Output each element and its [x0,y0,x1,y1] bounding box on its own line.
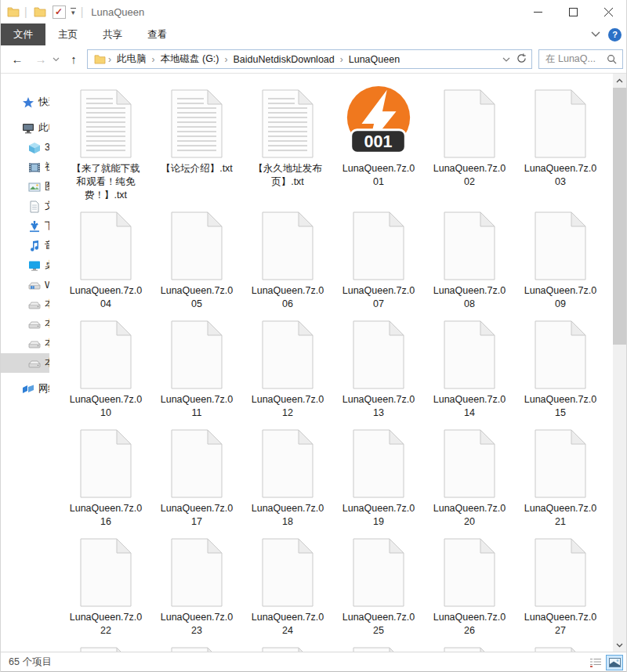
3d-objects-icon [28,142,41,154]
file-name-label: LunaQueen.7z.019 [341,502,416,529]
file-item[interactable]: LunaQueen.7z.016 [60,426,151,529]
explorer-window: | ✓ ▾ | LunaQueen 文件 主页 共享 查看 [0,0,627,672]
breadcrumb-chevron-icon: › [151,54,156,65]
file-item[interactable]: LunaQueen.7z.009 [515,208,606,311]
blank-file-icon [353,538,404,607]
file-item[interactable]: LunaQueen.7z.017 [151,426,242,529]
vertical-scrollbar[interactable] [613,74,626,652]
file-name-label: LunaQueen.7z.002 [432,162,507,189]
file-item[interactable]: LunaQueen.7z.007 [333,208,424,311]
breadcrumb-local-disk-g[interactable]: 本地磁盘 (G:) [158,52,223,66]
file-item[interactable]: LunaQueen.7z.018 [242,426,333,529]
file-item[interactable]: 【论坛介绍】.txt [151,86,242,202]
tab-home[interactable]: 主页 [45,23,90,45]
breadcrumb-this-pc[interactable]: 此电脑 [114,52,150,66]
file-item[interactable] [424,644,515,652]
scroll-up-arrow-icon[interactable] [613,74,626,87]
file-item[interactable] [333,644,424,652]
sidebar-item-documents[interactable]: 文档 [1,197,49,216]
forward-button[interactable]: → [31,45,51,73]
tab-view[interactable]: 查看 [135,23,179,45]
file-item[interactable]: LunaQueen.7z.015 [515,317,606,420]
file-item[interactable]: 【永久地址发布页】.txt [242,86,333,202]
file-item[interactable]: LunaQueen.7z.021 [515,426,606,529]
file-item[interactable]: LunaQueen.7z.004 [60,208,151,311]
back-button[interactable]: ← [7,45,27,73]
blank-file-icon [353,320,404,389]
search-input[interactable]: 在 LunaQ... [538,49,623,69]
sidebar-item-local-drive[interactable]: 本地磁盘 (G:) [1,353,49,373]
file-item[interactable]: LunaQueen.7z.013 [333,317,424,420]
qat-properties-button[interactable]: ✓ [53,5,66,19]
file-item[interactable]: LunaQueen.7z.008 [424,208,515,311]
file-item[interactable]: LunaQueen.7z.014 [424,317,515,420]
file-item[interactable]: LunaQueen.7z.022 [60,535,151,638]
sidebar-item-videos[interactable]: 视频 [1,157,49,177]
scroll-down-arrow-icon[interactable] [613,638,626,652]
file-item[interactable]: LunaQueen.7z.019 [333,426,424,529]
up-button[interactable]: ↑ [63,45,84,73]
help-button[interactable]: ? [608,28,622,42]
file-item[interactable] [151,644,242,652]
tab-share[interactable]: 共享 [90,23,135,45]
file-item[interactable]: LunaQueen.7z.024 [242,535,333,638]
file-item[interactable]: LunaQueen.7z.005 [151,208,242,311]
tab-file[interactable]: 文件 [1,23,45,45]
file-item[interactable] [515,644,606,652]
file-item[interactable] [242,644,333,652]
breadcrumb-lunaqueen[interactable]: LunaQueen [346,54,403,65]
minimize-button[interactable] [520,0,556,23]
address-bar[interactable]: › 此电脑 › 本地磁盘 (G:) › BaiduNetdiskDownload… [87,49,532,69]
file-item[interactable]: LunaQueen.7z.027 [515,535,606,638]
sidebar-item-local-drive[interactable]: 本地磁盘 [1,334,49,353]
qat-customize-dropdown[interactable]: ▾ [71,8,76,16]
sidebar-item-downloads[interactable]: 下载 [1,216,49,236]
scrollbar-thumb[interactable] [613,88,626,345]
file-name-label: LunaQueen.7z.006 [250,284,325,311]
file-name-label: LunaQueen.7z.024 [250,611,325,638]
address-dropdown-chevron[interactable] [502,54,510,65]
sidebar-item-windows-drive[interactable]: Windows (C:) [1,275,49,294]
ribbon-collapse-chevron-icon[interactable] [591,29,600,40]
file-item[interactable]: LunaQueen.7z.010 [60,317,151,420]
blank-file-icon [80,429,132,498]
sidebar-item-local-drive[interactable]: 本地磁盘 [1,294,49,314]
file-item[interactable] [60,644,151,652]
blank-file-icon [444,429,495,498]
this-pc-icon [22,122,34,135]
file-item[interactable]: LunaQueen.7z.011 [151,317,242,420]
sidebar-item-desktop[interactable]: 桌面 [1,255,49,275]
file-item[interactable]: LunaQueen.7z.023 [151,535,242,638]
file-name-label: LunaQueen.7z.009 [523,284,598,311]
file-item[interactable]: LunaQueen.7z.026 [424,535,515,638]
large-icons-view-button[interactable] [606,655,623,670]
file-item[interactable]: LunaQueen.7z.002 [424,86,515,202]
details-view-button[interactable] [587,655,604,670]
breadcrumb-baidunetdiskdownload[interactable]: BaiduNetdiskDownload [230,54,338,65]
file-name-label: LunaQueen.7z.008 [432,284,507,311]
sidebar-item-3d-objects[interactable]: 3D对象 [1,138,49,157]
file-item[interactable]: LunaQueen.7z.012 [242,317,333,420]
file-item[interactable]: LunaQueen.7z.003 [515,86,606,202]
refresh-icon[interactable] [516,53,527,66]
sidebar-item-this-pc[interactable]: 此电脑 [1,118,49,138]
qat-new-folder-button[interactable] [34,6,46,17]
file-name-label: 【永久地址发布页】.txt [250,162,325,189]
file-item[interactable]: LunaQueen.7z.025 [333,535,424,638]
close-button[interactable] [591,0,626,23]
window-title: LunaQueen [91,6,144,18]
file-item[interactable]: 【来了就能下载和观看！纯免费！】.txt [60,86,151,202]
file-item[interactable]: LunaQueen.7z.006 [242,208,333,311]
maximize-button[interactable] [556,0,591,23]
file-name-label: LunaQueen.7z.020 [432,502,507,529]
sidebar-item-music[interactable]: 音乐 [1,236,49,255]
file-item[interactable]: LunaQueen.7z.020 [424,426,515,529]
sidebar-item-pictures[interactable]: 图片 [1,177,49,197]
blank-file-icon [262,429,314,498]
file-item[interactable]: 001 LunaQueen.7z.001 [333,86,424,202]
sidebar-item-quick-access[interactable]: 快速访问 [1,92,49,112]
blank-file-icon [171,320,223,389]
sidebar-item-local-drive[interactable]: 本地磁盘 [1,314,49,334]
sidebar-item-network[interactable]: 网络 [1,379,49,399]
recent-locations-chevron[interactable] [49,45,62,73]
